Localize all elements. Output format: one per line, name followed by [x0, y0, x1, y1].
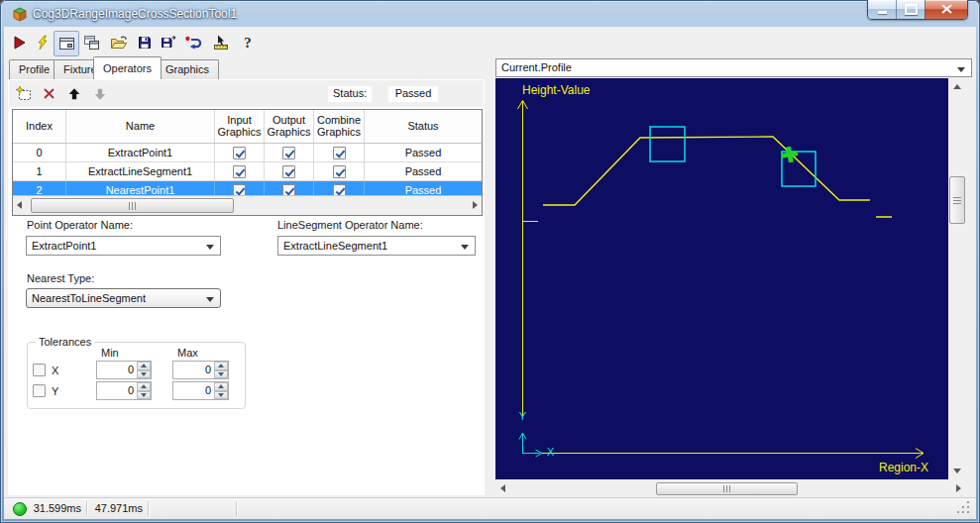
profile-display[interactable]: Height-Value Region-X Y X	[495, 78, 948, 479]
input-graphics-checkbox[interactable]	[233, 147, 246, 159]
trigger-button[interactable]	[31, 31, 54, 54]
open-button[interactable]	[107, 31, 131, 54]
statusbar-separator	[236, 501, 237, 516]
chevron-down-icon	[206, 245, 214, 250]
close-button[interactable]	[925, 0, 967, 19]
scroll-thumb[interactable]	[949, 176, 965, 224]
operators-toolbar: Status: Passed	[9, 80, 484, 107]
linesegment-operator-label: LineSegment Operator Name:	[277, 219, 423, 231]
scroll-right-arrow[interactable]	[956, 484, 961, 492]
spin-up-button[interactable]	[214, 362, 228, 370]
tab-operators[interactable]: Operators	[93, 56, 162, 79]
scroll-right-arrow[interactable]	[473, 201, 478, 209]
scroll-left-arrow[interactable]	[17, 201, 22, 209]
operators-tab-page: Status: Passed Index Name Input Graphics…	[8, 79, 485, 495]
spin-down-button[interactable]	[137, 370, 151, 379]
floating-display-icon	[83, 35, 100, 51]
arrow-down-icon	[93, 87, 107, 101]
delete-x-icon	[43, 87, 55, 100]
spin-up-button[interactable]	[137, 362, 151, 370]
save-button[interactable]	[133, 31, 157, 54]
execution-time: 31.599ms	[32, 502, 81, 514]
column-header-output-graphics[interactable]: Output Graphics	[265, 110, 314, 143]
run-status-indicator	[13, 502, 27, 516]
tab-profile[interactable]: Profile	[9, 59, 59, 79]
help-icon: ?	[240, 34, 256, 52]
show-floating-display-button[interactable]	[79, 31, 103, 54]
table-hscrollbar[interactable]	[13, 195, 482, 215]
combobox-value: ExtractLineSegment1	[283, 240, 387, 252]
reset-button[interactable]	[181, 31, 205, 54]
tolerances-title: Tolerances	[36, 336, 94, 348]
tab-label: Operators	[103, 62, 152, 74]
spinner-value[interactable]: 0	[97, 382, 137, 399]
column-header-input-graphics[interactable]: Input Graphics	[215, 110, 265, 143]
scroll-thumb[interactable]	[656, 482, 798, 495]
display-source-combobox[interactable]: Current.Profile	[495, 58, 972, 77]
spinner-value[interactable]: 0	[173, 382, 214, 399]
tolerance-y-checkbox[interactable]	[33, 384, 46, 397]
scroll-down-arrow[interactable]	[953, 469, 961, 473]
column-header-status[interactable]: Status	[365, 110, 482, 143]
resize-grip[interactable]	[967, 511, 969, 513]
linesegment-operator-combobox[interactable]: ExtractLineSegment1	[277, 236, 476, 256]
scroll-left-arrow[interactable]	[500, 484, 505, 492]
display-vscrollbar[interactable]	[948, 78, 966, 479]
combobox-value: NearestToLineSegment	[32, 292, 146, 304]
table-row[interactable]: 1 ExtractLineSegment1 Passed	[13, 162, 482, 181]
move-operator-down-button[interactable]	[90, 84, 109, 103]
run-button[interactable]	[8, 31, 32, 54]
total-time: 47.971ms	[93, 502, 143, 514]
display-hscrollbar[interactable]	[495, 481, 966, 496]
spinner-value[interactable]: 0	[97, 362, 137, 378]
window-title: Cog3DRangeImageCrossSectionTool1	[33, 7, 237, 21]
delete-operator-button[interactable]	[40, 84, 58, 103]
cell-status: Passed	[365, 162, 482, 180]
column-header-combine-graphics[interactable]: Combine Graphics	[314, 110, 365, 143]
min-column-label: Min	[101, 347, 119, 359]
origin-x-label: X	[547, 446, 555, 458]
max-column-label: Max	[177, 347, 198, 359]
combobox-value: ExtractPoint1	[32, 240, 96, 252]
measure-pointer-icon	[212, 35, 230, 51]
tab-graphics[interactable]: Graphics	[156, 59, 219, 79]
move-operator-up-button[interactable]	[64, 84, 83, 103]
chevron-down-icon	[957, 67, 965, 72]
save-as-button[interactable]	[157, 31, 180, 54]
combine-graphics-checkbox[interactable]	[333, 165, 346, 178]
table-row[interactable]: 0 ExtractPoint1 Passed	[13, 144, 482, 162]
scroll-up-arrow[interactable]	[953, 84, 961, 89]
save-as-icon	[161, 35, 177, 51]
measure-button[interactable]	[209, 31, 233, 54]
column-header-name[interactable]: Name	[66, 110, 215, 143]
spin-up-button[interactable]	[214, 382, 228, 391]
cell-status: Passed	[365, 144, 482, 161]
add-operator-button[interactable]	[14, 84, 33, 103]
minimize-button[interactable]	[868, 0, 896, 19]
reset-icon	[184, 35, 202, 51]
maximize-button[interactable]	[896, 0, 925, 19]
output-graphics-checkbox[interactable]	[282, 165, 295, 178]
statusbar-separator	[86, 501, 87, 516]
combine-graphics-checkbox[interactable]	[333, 147, 346, 159]
show-tool-display-button[interactable]	[54, 31, 79, 56]
column-header-index[interactable]: Index	[13, 110, 66, 143]
spin-down-button[interactable]	[214, 391, 228, 400]
spin-down-button[interactable]	[137, 391, 151, 400]
origin-y-label: Y	[519, 410, 527, 422]
operator-table-header: Index Name Input Graphics Output Graphic…	[13, 110, 482, 144]
tolerance-x-checkbox[interactable]	[33, 364, 46, 376]
tool-display-icon	[58, 36, 75, 52]
spinner-value[interactable]: 0	[173, 362, 214, 378]
scroll-thumb[interactable]	[31, 198, 234, 213]
close-icon	[941, 5, 952, 14]
window-controls	[867, 0, 968, 20]
spin-up-button[interactable]	[137, 382, 151, 391]
search-region-box[interactable]	[650, 127, 685, 161]
input-graphics-checkbox[interactable]	[233, 165, 246, 178]
point-operator-combobox[interactable]: ExtractPoint1	[26, 236, 221, 256]
help-button[interactable]: ?	[236, 31, 260, 54]
nearest-type-combobox[interactable]: NearestToLineSegment	[26, 288, 221, 308]
output-graphics-checkbox[interactable]	[282, 147, 295, 159]
spin-down-button[interactable]	[214, 370, 228, 379]
